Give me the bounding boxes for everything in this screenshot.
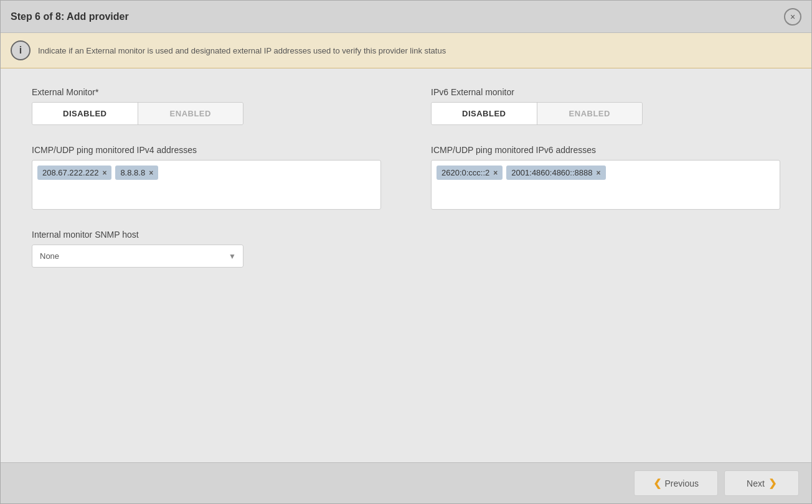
ipv6-tag-2: 2001:4860:4860::8888 × <box>506 166 605 180</box>
external-monitor-label: External Monitor* <box>32 87 381 97</box>
close-button[interactable]: × <box>784 8 801 26</box>
ipv6-ping-label: ICMP/UDP ping monitored IPv6 addresses <box>431 145 780 155</box>
next-chevron-icon: ❯ <box>768 477 777 489</box>
snmp-host-label: Internal monitor SNMP host <box>32 230 780 240</box>
ipv6-ping-group: ICMP/UDP ping monitored IPv6 addresses 2… <box>431 145 780 210</box>
external-monitor-disabled-btn[interactable]: DISABLED <box>32 103 138 124</box>
ipv6-external-monitor-enabled-btn[interactable]: ENABLED <box>537 103 643 124</box>
dialog-footer: ❮ Previous Next ❯ <box>1 462 811 503</box>
next-label: Next <box>747 478 765 488</box>
ipv4-tag-input[interactable]: 208.67.222.222 × 8.8.8.8 × <box>32 160 381 210</box>
ipv6-tag-1-value: 2620:0:ccc::2 <box>441 168 489 177</box>
ipv4-tag-2-value: 8.8.8.8 <box>120 168 145 177</box>
ipv4-ping-label: ICMP/UDP ping monitored IPv4 addresses <box>32 145 381 155</box>
snmp-host-select-container: None ▼ <box>32 245 243 268</box>
ipv4-ping-group: ICMP/UDP ping monitored IPv4 addresses 2… <box>32 145 381 210</box>
snmp-row: Internal monitor SNMP host None ▼ <box>32 230 780 268</box>
info-banner: i Indicate if an External monitor is use… <box>1 33 811 68</box>
external-monitor-enabled-btn[interactable]: ENABLED <box>138 103 243 124</box>
info-text: Indicate if an External monitor is used … <box>38 46 446 55</box>
previous-chevron-icon: ❮ <box>653 477 661 489</box>
monitor-toggle-row: External Monitor* DISABLED ENABLED IPv6 … <box>32 87 780 125</box>
previous-button[interactable]: ❮ Previous <box>634 470 718 496</box>
dialog-title: Step 6 of 8: Add provider <box>11 11 129 22</box>
ipv6-tag-2-remove[interactable]: × <box>596 169 600 177</box>
external-monitor-toggle: DISABLED ENABLED <box>32 102 243 125</box>
ipv6-tag-2-value: 2001:4860:4860::8888 <box>511 168 592 177</box>
snmp-host-group: Internal monitor SNMP host None ▼ <box>32 230 780 268</box>
ipv4-tag-1-remove[interactable]: × <box>102 169 106 177</box>
previous-label: Previous <box>665 478 699 488</box>
dialog-header: Step 6 of 8: Add provider × <box>1 1 811 33</box>
dialog-body: External Monitor* DISABLED ENABLED IPv6 … <box>1 68 811 462</box>
ipv6-external-monitor-toggle: DISABLED ENABLED <box>431 102 643 125</box>
ipv4-tag-2: 8.8.8.8 × <box>115 166 158 180</box>
dialog: Step 6 of 8: Add provider × i Indicate i… <box>0 0 812 504</box>
info-icon: i <box>11 40 31 60</box>
external-monitor-group: External Monitor* DISABLED ENABLED <box>32 87 381 125</box>
next-button[interactable]: Next ❯ <box>724 470 799 496</box>
ipv6-external-monitor-label: IPv6 External monitor <box>431 87 780 97</box>
ipv6-tag-1-remove[interactable]: × <box>493 169 498 177</box>
ipv6-tag-input[interactable]: 2620:0:ccc::2 × 2001:4860:4860::8888 × <box>431 160 780 210</box>
snmp-host-select[interactable]: None <box>32 245 243 268</box>
ping-addresses-row: ICMP/UDP ping monitored IPv4 addresses 2… <box>32 145 780 210</box>
ipv4-tag-1-value: 208.67.222.222 <box>42 168 98 177</box>
ipv4-tag-2-remove[interactable]: × <box>149 169 153 177</box>
ipv6-external-monitor-disabled-btn[interactable]: DISABLED <box>432 103 537 124</box>
ipv6-external-monitor-group: IPv6 External monitor DISABLED ENABLED <box>431 87 780 125</box>
ipv6-tag-1: 2620:0:ccc::2 × <box>437 166 503 180</box>
ipv4-tag-1: 208.67.222.222 × <box>37 166 111 180</box>
